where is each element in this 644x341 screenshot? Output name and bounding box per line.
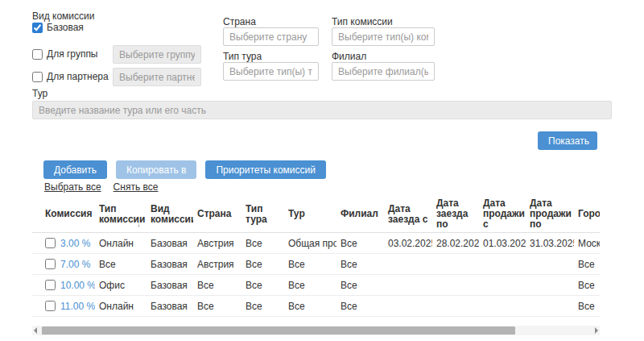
scroll-right-icon[interactable] [595,327,598,334]
cell-commission-type: Онлайн [95,233,147,254]
sort-desc-icon[interactable]: ↓ [137,218,142,229]
cell-country: Австрия [193,233,242,254]
column-header[interactable]: Филиал [336,196,384,233]
cell-tour-type: Авиаперелет [242,317,284,318]
cell-arrival-to: 28.02.2025 [432,233,479,254]
base-commission-checkbox-row[interactable]: Базовая [32,22,84,33]
cell-tour: Все [284,254,336,275]
country-label: Страна [223,16,256,27]
column-header-label: Дата заезда по [436,198,468,230]
column-header-label: Филиал [341,208,378,219]
commissions-table: КомиссияТип комиссии↓Вид комиссииСтранаТ… [32,196,600,317]
cell-branch: Все [336,317,384,318]
commission-link[interactable]: 7.00 % [60,259,90,270]
column-header-label: Город в [578,208,600,219]
partner-checkbox[interactable] [32,72,43,82]
table-row: 7.00 %ВсеБазоваяАвстрияВсеВсеВсеВсе [32,254,600,275]
cell-arrival-from: 01.08.2025 [384,317,432,318]
table-row: 3.00 %ОнлайнБазоваяАвстрияВсеОбщая про..… [32,233,600,254]
add-button[interactable]: Добавить [43,160,107,179]
cell-tour: Все [284,275,336,296]
cell-arrival-to [432,254,479,275]
column-header[interactable]: Дата продажи по [526,196,574,233]
column-header[interactable]: Тип комиссии↓ [95,196,147,233]
column-header-label: Тип тура [246,203,267,225]
branch-input[interactable] [332,62,435,81]
row-checkbox[interactable] [45,301,56,311]
column-header[interactable]: Город в [574,196,600,233]
table-row: 10.00 %ОфисБазоваяВсеВсеВсеВсеВсе [32,275,600,296]
deselect-all-link[interactable]: Снять все [114,181,159,193]
row-checkbox[interactable] [45,280,56,290]
cell-commission: 11.00 % [32,296,95,317]
table-header-row: КомиссияТип комиссии↓Вид комиссииСтранаТ… [32,196,600,233]
cell-arrival-from: 03.02.2025 [384,233,432,254]
cell-arrival-to [432,275,479,296]
tour-input[interactable] [32,101,612,119]
commission-link[interactable]: 10.00 % [60,280,95,291]
cell-commission: 7.00 % [32,254,95,275]
column-header[interactable]: Дата заезда с [384,196,432,233]
cell-branch: Все [336,296,384,317]
partner-checkbox-label: Для партнера [47,71,109,82]
cell-arrival-from [384,275,432,296]
cell-arrival-from [384,254,432,275]
commission-type-input[interactable] [332,27,435,46]
cell-departure-city: Все [574,275,600,296]
cell-tour-type: Все [242,275,284,296]
copy-to-button[interactable]: Копировать в [116,160,196,179]
commission-kind-label: Вид комиссии [32,10,94,22]
column-header[interactable]: Комиссия [32,196,95,233]
cell-commission-kind: Базовая [147,254,193,275]
column-header[interactable]: Тур [284,196,336,233]
base-commission-checkbox[interactable] [32,23,43,33]
commission-priorities-button[interactable]: Приоритеты комиссий [205,160,326,179]
cell-tour-type: Все [242,233,284,254]
cell-branch: Все [336,275,384,296]
horizontal-scrollbar[interactable] [32,326,600,335]
cell-commission-kind: Базовая [147,233,193,254]
commissions-table-wrap: КомиссияТип комиссии↓Вид комиссииСтранаТ… [32,196,600,317]
table-row: 17.00 %ВсеБазоваяАвстрияАвиаперелет_Avia… [32,317,600,318]
cell-commission-kind: Базовая [147,275,193,296]
scrollbar-thumb[interactable] [42,326,515,335]
cell-departure-city: Все [574,317,600,318]
cell-commission-kind: Базовая [147,296,193,317]
cell-tour-type: Все [242,296,284,317]
tour-label: Тур [32,88,47,99]
cell-country: Все [193,275,242,296]
partner-input[interactable] [113,68,201,86]
cell-sale-from [479,317,526,318]
column-header[interactable]: Вид комиссии [147,196,193,233]
column-header-label: Тур [288,208,305,219]
column-header[interactable]: Страна [193,196,242,233]
cell-commission: 17.00 % [32,317,95,318]
cell-country: Все [193,296,242,317]
cell-sale-to [526,317,574,318]
scroll-left-icon[interactable] [34,327,37,334]
cell-sale-from [479,296,526,317]
cell-tour: Общая про... [284,233,336,254]
row-checkbox[interactable] [45,259,56,269]
group-checkbox[interactable] [32,49,43,60]
table-row: 11.00 %ОнлайнБазоваяВсеВсеВсеВсеВсе [32,296,600,317]
group-checkbox-row[interactable]: Для группы [32,48,98,60]
column-header[interactable]: Тип тура [242,196,284,233]
column-header[interactable]: Дата продажи с [479,196,526,233]
base-commission-checkbox-label: Базовая [47,22,84,33]
cell-tour-type: Все [242,254,284,275]
cell-commission-type: Онлайн [95,296,147,317]
cell-tour: _Aviabooki...+ 14 тур(ов) [284,317,336,318]
tour-type-input[interactable] [223,62,319,81]
select-all-link[interactable]: Выбрать все [44,181,101,193]
group-input[interactable] [113,45,201,64]
partner-checkbox-row[interactable]: Для партнера [32,71,109,82]
commission-link[interactable]: 3.00 % [60,238,90,249]
show-button[interactable]: Показать [538,131,597,150]
row-checkbox[interactable] [45,238,56,248]
commission-link[interactable]: 11.00 % [60,301,95,312]
cell-commission-type: Офис [95,275,147,296]
cell-country: Австрия [193,254,242,275]
column-header[interactable]: Дата заезда по [432,196,479,233]
country-input[interactable] [223,27,319,46]
